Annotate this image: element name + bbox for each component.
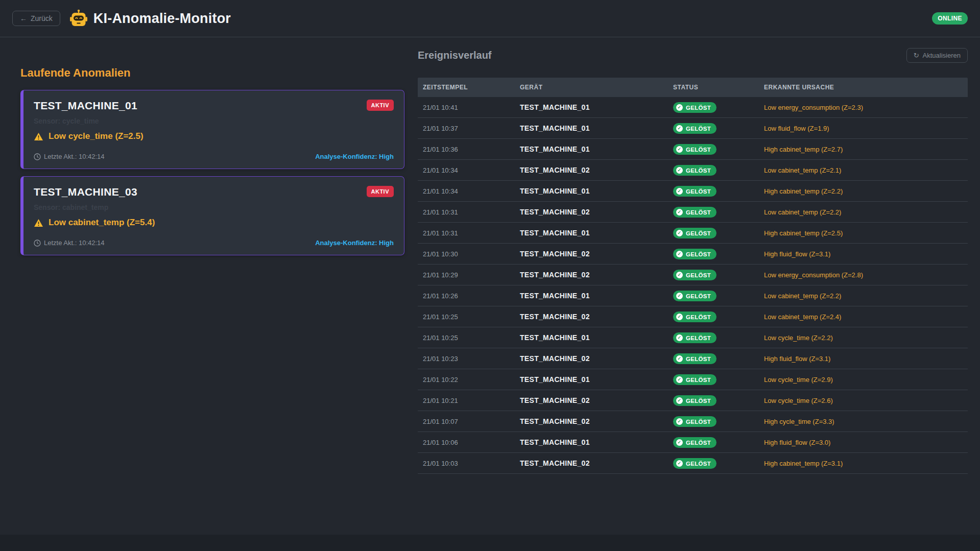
cell-status: ✓ GELÖST <box>668 185 759 197</box>
refresh-button[interactable]: ↻ Aktualisieren <box>906 48 968 63</box>
cell-device: TEST_MACHINE_01 <box>515 187 668 195</box>
cell-device: TEST_MACHINE_02 <box>515 250 668 258</box>
header: ← Zurück KI-Anomalie-Monitor ONLINE <box>0 0 980 37</box>
check-icon: ✓ <box>676 104 683 111</box>
anomaly-card-footer: Letzte Akt.: 10:42:14 Analyse-Konfidenz:… <box>34 153 394 160</box>
anomalies-heading: Laufende Anomalien <box>20 66 404 80</box>
cell-status: ✓ GELÖST <box>668 374 759 385</box>
events-table: ZEITSTEMPEL GERÄT STATUS ERKANNTE URSACH… <box>418 78 968 474</box>
status-badge: ✓ GELÖST <box>673 270 716 280</box>
robot-icon <box>69 9 88 28</box>
table-row: 21/01 10:31 TEST_MACHINE_02 ✓ GELÖST Low… <box>418 202 968 223</box>
table-row: 21/01 10:36 TEST_MACHINE_01 ✓ GELÖST Hig… <box>418 139 968 160</box>
last-update: Letzte Akt.: 10:42:14 <box>34 153 105 160</box>
status-badge: ✓ GELÖST <box>673 249 716 259</box>
anomaly-card-top: TEST_MACHINE_03 AKTIV <box>34 186 394 198</box>
table-row: 21/01 10:29 TEST_MACHINE_02 ✓ GELÖST Low… <box>418 265 968 285</box>
back-button-label: Zurück <box>31 14 53 22</box>
check-icon: ✓ <box>676 355 683 362</box>
cell-device: TEST_MACHINE_01 <box>515 375 668 384</box>
cell-device: TEST_MACHINE_02 <box>515 313 668 321</box>
confidence-label: Analyse-Konfidenz: High <box>315 153 394 160</box>
status-badge: ✓ GELÖST <box>673 312 716 322</box>
status-badge-label: GELÖST <box>686 314 711 320</box>
status-badge: ✓ GELÖST <box>673 353 716 364</box>
column-header-cause: ERKANNTE URSACHE <box>759 84 968 91</box>
status-badge: ✓ GELÖST <box>673 374 716 385</box>
status-badge-label: GELÖST <box>686 126 711 132</box>
table-header: ZEITSTEMPEL GERÄT STATUS ERKANNTE URSACH… <box>418 78 968 97</box>
cell-status: ✓ GELÖST <box>668 206 759 218</box>
status-badge-label: GELÖST <box>686 251 711 257</box>
status-badge: ✓ GELÖST <box>673 207 716 218</box>
back-button[interactable]: ← Zurück <box>12 11 60 26</box>
cell-cause: High cabinet_temp (Z=2.7) <box>759 146 968 153</box>
column-header-timestamp: ZEITSTEMPEL <box>418 84 515 91</box>
events-header-row: Ereignisverlauf ↻ Aktualisieren <box>418 43 968 67</box>
cell-cause: Low cabinet_temp (Z=2.4) <box>759 313 968 321</box>
anomaly-card: TEST_MACHINE_03 AKTIV Sensor: cabinet_te… <box>20 176 404 255</box>
check-icon: ✓ <box>676 334 683 341</box>
table-row: 21/01 10:03 TEST_MACHINE_02 ✓ GELÖST Hig… <box>418 453 968 474</box>
status-badge-label: GELÖST <box>686 167 711 174</box>
cell-status: ✓ GELÖST <box>668 311 759 322</box>
status-badge-label: GELÖST <box>686 272 711 278</box>
cell-status: ✓ GELÖST <box>668 227 759 238</box>
check-icon: ✓ <box>676 167 683 174</box>
cell-status: ✓ GELÖST <box>668 143 759 155</box>
check-icon: ✓ <box>676 397 683 404</box>
cell-device: TEST_MACHINE_02 <box>515 166 668 174</box>
cell-status: ✓ GELÖST <box>668 437 759 448</box>
cell-device: TEST_MACHINE_01 <box>515 438 668 446</box>
check-icon: ✓ <box>676 188 683 195</box>
cell-cause: Low energy_consumption (Z=2.8) <box>759 271 968 279</box>
anomaly-card-footer: Letzte Akt.: 10:42:14 Analyse-Konfidenz:… <box>34 239 394 247</box>
cell-device: TEST_MACHINE_01 <box>515 292 668 300</box>
status-badge: ✓ GELÖST <box>673 123 716 134</box>
status-badge-label: GELÖST <box>686 377 711 383</box>
cell-timestamp: 21/01 10:41 <box>418 104 515 111</box>
footer-bar <box>0 535 980 551</box>
cell-cause: High fluid_flow (Z=3.1) <box>759 355 968 363</box>
cell-timestamp: 21/01 10:25 <box>418 334 515 342</box>
table-row: 21/01 10:30 TEST_MACHINE_02 ✓ GELÖST Hig… <box>418 244 968 265</box>
column-header-status: STATUS <box>668 84 759 91</box>
anomaly-issue-row: Low cycle_time (Z=2.5) <box>34 131 394 141</box>
cell-cause: Low cabinet_temp (Z=2.2) <box>759 292 968 300</box>
page-title: KI-Anomalie-Monitor <box>93 11 231 27</box>
app-window: ← Zurück KI-Anomalie-Monitor ONLINE Lauf… <box>0 0 980 551</box>
status-badge-label: GELÖST <box>686 419 711 425</box>
table-row: 21/01 10:25 TEST_MACHINE_02 ✓ GELÖST Low… <box>418 306 968 327</box>
cell-timestamp: 21/01 10:37 <box>418 125 515 132</box>
machine-name: TEST_MACHINE_03 <box>34 186 137 198</box>
cell-cause: High cabinet_temp (Z=3.1) <box>759 460 968 467</box>
check-icon: ✓ <box>676 146 683 153</box>
check-icon: ✓ <box>676 376 683 383</box>
cell-status: ✓ GELÖST <box>668 248 759 259</box>
status-badge: ✓ GELÖST <box>673 228 716 238</box>
status-badge: ✓ GELÖST <box>673 144 716 155</box>
column-header-device: GERÄT <box>515 84 668 91</box>
anomaly-card-list: TEST_MACHINE_01 AKTIV Sensor: cycle_time <box>20 90 404 255</box>
cell-device: TEST_MACHINE_02 <box>515 396 668 404</box>
cell-device: TEST_MACHINE_01 <box>515 145 668 153</box>
warning-icon <box>34 132 43 141</box>
check-icon: ✓ <box>676 418 683 425</box>
cell-cause: Low fluid_flow (Z=1.9) <box>759 125 968 132</box>
machine-subtitle: Sensor: cycle_time <box>34 117 394 125</box>
events-heading: Ereignisverlauf <box>418 50 492 61</box>
status-badge: ✓ GELÖST <box>673 291 716 301</box>
cell-device: TEST_MACHINE_02 <box>515 271 668 279</box>
anomaly-issue-text: Low cabinet_temp (Z=5.4) <box>49 218 155 228</box>
table-row: 21/01 10:26 TEST_MACHINE_01 ✓ GELÖST Low… <box>418 285 968 306</box>
table-row: 21/01 10:31 TEST_MACHINE_01 ✓ GELÖST Hig… <box>418 223 968 244</box>
status-badge: ✓ GELÖST <box>673 102 716 113</box>
cell-cause: High cycle_time (Z=3.3) <box>759 418 968 425</box>
check-icon: ✓ <box>676 251 683 257</box>
status-badge-label: GELÖST <box>686 356 711 362</box>
online-status-badge: ONLINE <box>932 12 968 25</box>
cell-timestamp: 21/01 10:23 <box>418 355 515 363</box>
cell-status: ✓ GELÖST <box>668 269 759 280</box>
anomaly-issue-text: Low cycle_time (Z=2.5) <box>49 131 144 141</box>
cell-device: TEST_MACHINE_01 <box>515 124 668 132</box>
